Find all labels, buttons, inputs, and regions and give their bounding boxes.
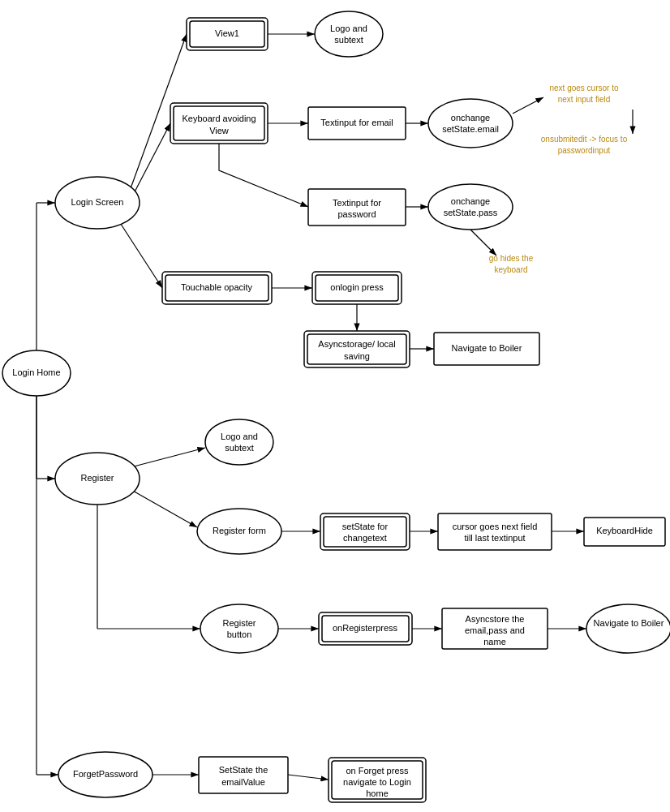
note-next2: next input field [558, 95, 611, 104]
setstate-email-label2: emailValue [221, 777, 265, 787]
setstate-email-node [199, 757, 288, 793]
setstate-change-label1: setState for [342, 522, 389, 531]
forget-password-label: ForgetPassword [73, 769, 138, 779]
text-input-pass-label2: password [337, 209, 376, 219]
logo-subtext1-label-line1: Logo and [330, 24, 367, 33]
svg-line-20 [134, 448, 205, 466]
keyboard-view-label2: View [209, 126, 229, 135]
setstate-change-label2: changetext [343, 533, 387, 543]
keyboard-view-label1: Keyboard avoiding [182, 114, 256, 123]
on-forget-press-label3: home [366, 788, 389, 798]
cursor-next-label2: till last textinput [464, 533, 525, 543]
on-register-press-label: onRegisterpress [333, 623, 398, 633]
navigate-boiler2-label1: Navigate to Boiler [594, 618, 664, 628]
text-input-pass-label1: Textinput for [333, 198, 381, 208]
async-storage-label2: saving [344, 351, 370, 361]
async-email-label3: name [483, 637, 506, 647]
svg-line-16 [118, 219, 162, 288]
svg-line-12 [513, 97, 543, 114]
logo-subtext1-label-line2: subtext [334, 35, 363, 45]
async-email-label2: email,pass and [465, 625, 525, 635]
navigate-boiler1-label: Navigate to Boiler [452, 343, 522, 353]
note-submit2: passwordinput [558, 146, 611, 155]
touchable-opacity-label: Touchable opacity [181, 282, 253, 292]
logo-subtext2-label1: Logo and [221, 432, 258, 441]
diagram: Login Home Login Screen View1 Logo and s… [0, 0, 670, 812]
onchange-email-label2: setState.email [442, 124, 499, 134]
note-keyboard2: keyboard [494, 265, 527, 274]
onlogin-press-label: onlogin press [330, 282, 384, 292]
keyboard-hide-label: KeyboardHide [596, 526, 653, 535]
setstate-email-label1: SetState the [219, 765, 268, 775]
register-button-label2: button [227, 629, 252, 639]
note-next1: next goes cursor to [549, 84, 618, 92]
cursor-next-label1: cursor goes next field [453, 522, 538, 531]
onchange-email-label1: onchange [451, 113, 490, 122]
note-keyboard1: go hides the [489, 254, 534, 263]
on-forget-press-label2: navigate to Login [343, 777, 411, 787]
note-submit1: onsubmitedit -> focus to [541, 135, 628, 144]
on-forget-press-label1: on Forget press [346, 766, 409, 775]
register-button-label1: Register [223, 618, 256, 628]
login-screen-label: Login Screen [71, 197, 124, 207]
logo-subtext2-label2: subtext [225, 443, 253, 453]
navigate-boiler2-node [586, 604, 670, 653]
register-label: Register [81, 473, 114, 483]
login-home-label: Login Home [12, 367, 60, 377]
svg-line-21 [126, 487, 197, 527]
text-input-email-label: Textinput for email [320, 118, 393, 127]
onchange-pass-label2: setState.pass [444, 208, 498, 217]
async-storage-label1: Asyncstorage/ local [318, 339, 395, 349]
svg-line-15 [470, 230, 496, 256]
async-email-label1: Asyncstore the [466, 614, 525, 624]
register-form-label: Register form [213, 526, 266, 535]
svg-line-31 [288, 775, 329, 780]
cursor-next-node [438, 513, 552, 550]
view1-label: View1 [215, 28, 239, 38]
onchange-pass-label1: onchange [451, 196, 490, 206]
